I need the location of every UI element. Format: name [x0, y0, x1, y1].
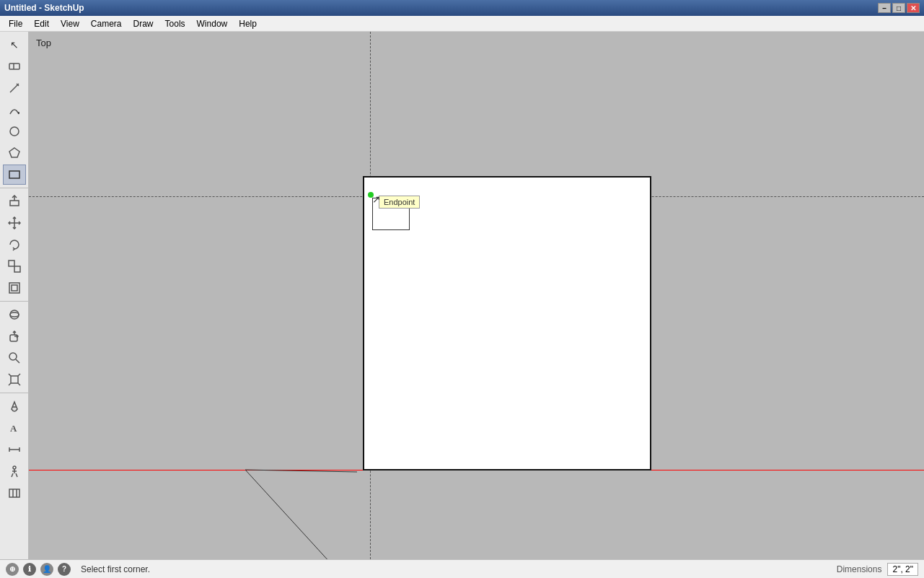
dimensions-value[interactable]: 2", 2"	[887, 563, 918, 576]
menu-bar: File Edit View Camera Draw Tools Window …	[0, 16, 924, 32]
map-tool[interactable]	[3, 483, 26, 503]
toolbar: ↖	[0, 32, 29, 559]
polygon-tool[interactable]	[3, 143, 26, 163]
svg-rect-13	[14, 266, 20, 272]
svg-rect-15	[12, 285, 17, 291]
circle-tool[interactable]	[3, 121, 26, 141]
status-icon-help[interactable]: ?	[58, 563, 71, 576]
status-icon-geo[interactable]: ⊕	[6, 563, 19, 576]
svg-rect-21	[11, 376, 18, 383]
svg-line-20	[16, 359, 19, 363]
dimension-tool[interactable]	[3, 439, 26, 460]
status-icon-person[interactable]: 👤	[40, 563, 53, 576]
main-layout: ↖	[0, 32, 924, 559]
svg-line-40	[245, 470, 346, 559]
menu-window[interactable]: Window	[191, 17, 234, 30]
svg-point-17	[10, 312, 19, 317]
menu-camera[interactable]: Camera	[85, 17, 128, 30]
svg-line-25	[18, 383, 20, 385]
menu-help[interactable]: Help	[233, 17, 263, 30]
rectangle-tool[interactable]	[3, 165, 26, 185]
status-bar: ⊕ ℹ 👤 ? Select first corner. Dimensions …	[0, 559, 924, 578]
status-left: ⊕ ℹ 👤 ? Select first corner.	[6, 563, 150, 576]
canvas-area[interactable]: Top Endpoint ↗	[29, 32, 924, 559]
minimize-button[interactable]: –	[878, 3, 891, 13]
paint-bucket-tool[interactable]	[3, 396, 26, 416]
menu-edit[interactable]: Edit	[28, 17, 55, 30]
push-pull-tool[interactable]	[3, 191, 26, 211]
svg-line-39	[245, 470, 357, 472]
title-bar-left: Untitled - SketchUp	[4, 3, 84, 13]
pencil-tool[interactable]	[3, 78, 26, 98]
offset-tool[interactable]	[3, 278, 26, 298]
svg-line-22	[9, 374, 11, 376]
zoom-extents-tool[interactable]	[3, 369, 26, 390]
rotate-tool[interactable]	[3, 235, 26, 255]
svg-rect-14	[9, 283, 19, 293]
svg-marker-6	[9, 148, 19, 157]
pan-tool[interactable]	[3, 326, 26, 346]
svg-line-35	[16, 473, 17, 477]
title-bar-controls: – □ ✕	[878, 3, 920, 13]
svg-point-19	[9, 353, 17, 360]
svg-rect-8	[10, 201, 19, 206]
svg-point-5	[10, 127, 19, 136]
svg-line-34	[12, 473, 13, 477]
svg-line-24	[9, 383, 11, 385]
arc-tool[interactable]	[3, 100, 26, 120]
status-text: Select first corner.	[81, 564, 150, 574]
select-tool[interactable]: ↖	[3, 35, 26, 55]
svg-point-16	[10, 310, 19, 319]
close-button[interactable]: ✕	[907, 3, 920, 13]
menu-file[interactable]: File	[3, 17, 28, 30]
status-right: Dimensions 2", 2"	[837, 563, 918, 576]
app-title: Untitled - SketchUp	[4, 3, 84, 13]
status-icon-info[interactable]: ℹ	[23, 563, 36, 576]
dimensions-label: Dimensions	[837, 564, 882, 574]
menu-view[interactable]: View	[55, 17, 85, 30]
drawing-canvas[interactable]	[363, 176, 651, 470]
svg-rect-36	[9, 489, 19, 497]
svg-text:A: A	[10, 423, 17, 434]
svg-rect-12	[9, 260, 14, 266]
walk-tool[interactable]	[3, 461, 26, 481]
menu-draw[interactable]: Draw	[128, 17, 159, 30]
maximize-button[interactable]: □	[892, 3, 905, 13]
orbit-tool[interactable]	[3, 305, 26, 325]
title-bar: Untitled - SketchUp – □ ✕	[0, 0, 924, 16]
scale-tool[interactable]	[3, 256, 26, 276]
zoom-tool[interactable]	[3, 348, 26, 368]
svg-point-31	[13, 466, 16, 469]
eraser-tool[interactable]	[3, 56, 26, 76]
text-tool[interactable]: A	[3, 418, 26, 438]
svg-rect-7	[9, 171, 19, 178]
view-label: Top	[36, 38, 51, 48]
svg-rect-0	[9, 64, 19, 69]
move-tool[interactable]	[3, 213, 26, 233]
menu-tools[interactable]: Tools	[159, 17, 191, 30]
svg-line-23	[18, 374, 20, 376]
